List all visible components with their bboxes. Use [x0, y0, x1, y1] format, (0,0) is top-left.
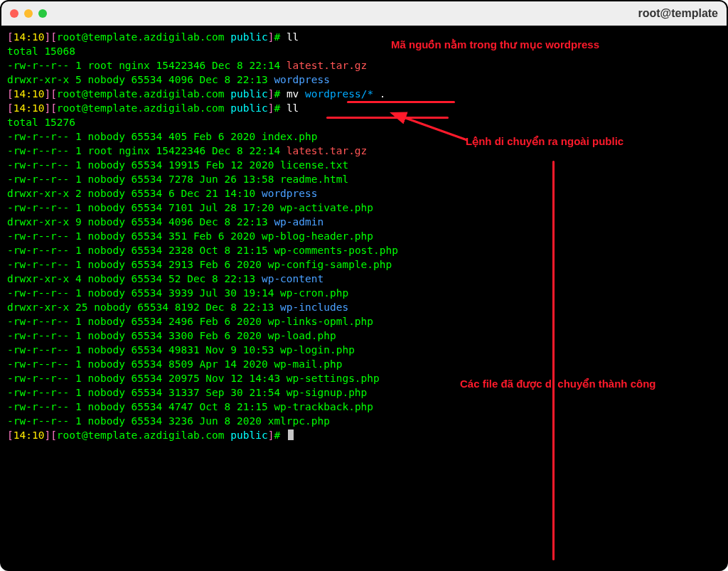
- annotation-move-cmd: Lệnh di chuyển ra ngoài public: [466, 134, 623, 149]
- terminal-line: -rw-r--r-- 1 nobody 65534 7278 Jun 26 13…: [7, 172, 721, 186]
- terminal-line: [14:10][root@template.azdigilab.com publ…: [7, 87, 721, 101]
- terminal-line: -rw-r--r-- 1 nobody 65534 3300 Feb 6 202…: [7, 329, 721, 343]
- terminal-line: total 15068: [7, 44, 721, 58]
- terminal-line: [14:10][root@template.azdigilab.com publ…: [7, 428, 721, 442]
- terminal-line: -rw-r--r-- 1 nobody 65534 3939 Jul 30 19…: [7, 286, 721, 300]
- terminal-line: -rw-r--r-- 1 nobody 65534 2328 Oct 8 21:…: [7, 243, 721, 257]
- terminal-line: -rw-r--r-- 1 nobody 65534 19915 Feb 12 2…: [7, 158, 721, 172]
- maximize-icon[interactable]: [38, 9, 47, 18]
- terminal-line: [14:10][root@template.azdigilab.com publ…: [7, 30, 721, 44]
- terminal-line: drwxr-xr-x 5 nobody 65534 4096 Dec 8 22:…: [7, 73, 721, 87]
- terminal-line: drwxr-xr-x 4 nobody 65534 52 Dec 8 22:13…: [7, 272, 721, 286]
- vertical-marker: [552, 161, 555, 560]
- close-icon[interactable]: [10, 9, 18, 18]
- terminal-line: -rw-r--r-- 1 nobody 65534 8509 Apr 14 20…: [7, 357, 721, 371]
- terminal-line: drwxr-xr-x 25 nobody 65534 8192 Dec 8 22…: [7, 300, 721, 314]
- cursor: [288, 429, 294, 440]
- titlebar: root@template: [1, 1, 727, 26]
- terminal-line: -rw-r--r-- 1 nobody 65534 2913 Feb 6 202…: [7, 257, 721, 272]
- terminal-window: root@template [14:10][root@template.azdi…: [0, 0, 728, 571]
- terminal-line: -rw-r--r-- 1 root nginx 15422346 Dec 8 2…: [7, 58, 721, 73]
- underline-wordpress: [347, 101, 455, 103]
- terminal-line: [14:10][root@template.azdigilab.com publ…: [7, 101, 721, 115]
- terminal-line: -rw-r--r-- 1 nobody 65534 49831 Nov 9 10…: [7, 343, 721, 357]
- traffic-lights: [10, 9, 47, 18]
- terminal-line: drwxr-xr-x 2 nobody 65534 6 Dec 21 14:10…: [7, 186, 721, 201]
- terminal-line: -rw-r--r-- 1 nobody 65534 351 Feb 6 2020…: [7, 229, 721, 243]
- terminal-body[interactable]: [14:10][root@template.azdigilab.com publ…: [1, 26, 727, 570]
- minimize-icon[interactable]: [24, 9, 33, 18]
- terminal-line: -rw-r--r-- 1 nobody 65534 3236 Jun 8 202…: [7, 414, 721, 428]
- terminal-line: -rw-r--r-- 1 nobody 65534 2496 Feb 6 202…: [7, 314, 721, 329]
- annotation-files-moved: Các file đã được di chuyển thành công: [460, 376, 656, 391]
- terminal-line: drwxr-xr-x 9 nobody 65534 4096 Dec 8 22:…: [7, 215, 721, 229]
- svg-line-0: [402, 117, 467, 140]
- window-title: root@template: [638, 6, 719, 21]
- annotation-source-folder: Mã nguồn nằm trong thư mục wordpress: [391, 37, 599, 52]
- terminal-line: -rw-r--r-- 1 nobody 65534 4747 Oct 8 21:…: [7, 400, 721, 414]
- terminal-line: -rw-r--r-- 1 nobody 65534 7101 Jul 28 17…: [7, 201, 721, 215]
